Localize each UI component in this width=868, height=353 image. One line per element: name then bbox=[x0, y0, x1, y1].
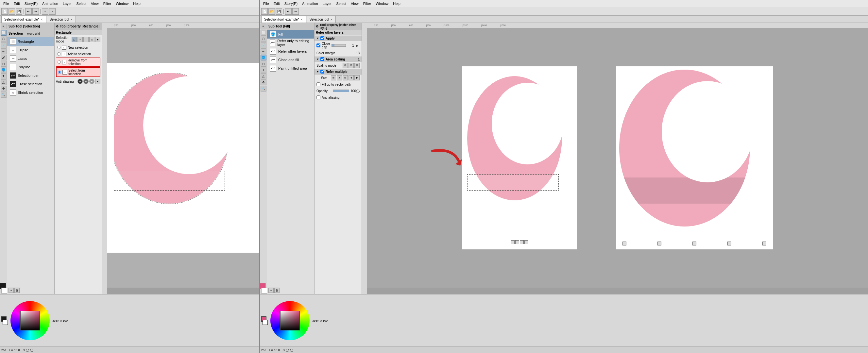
r-menu-layer[interactable]: Layer bbox=[321, 1, 334, 6]
r-menu-file[interactable]: File bbox=[261, 1, 271, 6]
scaling-mode-icon-1[interactable]: ⊞ bbox=[343, 63, 348, 68]
r-del-btn[interactable]: 🗑 bbox=[274, 288, 280, 293]
refer-expand-icon[interactable]: ▶ bbox=[354, 75, 360, 81]
color-wheel-left[interactable] bbox=[10, 301, 50, 340]
close-gap-slider[interactable] bbox=[332, 44, 346, 47]
handle-2[interactable] bbox=[515, 240, 519, 244]
r-tool-eraser[interactable]: ◻ bbox=[260, 61, 267, 67]
menu-story[interactable]: Story(P) bbox=[23, 1, 39, 6]
tool-text[interactable]: T bbox=[1, 73, 6, 79]
sel-mode-icon-4[interactable]: ∩ bbox=[89, 37, 94, 42]
r-tool-lasso[interactable]: 〇 bbox=[260, 36, 267, 42]
refer-icon-3[interactable]: ⊟ bbox=[343, 75, 348, 81]
aa-dropdown[interactable]: ▼ bbox=[95, 79, 100, 84]
opacity-slider[interactable] bbox=[333, 90, 349, 92]
close-gap-expand[interactable]: ▶ bbox=[355, 42, 360, 49]
th-2[interactable] bbox=[657, 242, 661, 246]
aa-high[interactable]: ● bbox=[89, 79, 94, 84]
r-tool-text[interactable]: T bbox=[260, 67, 267, 73]
sel-mode-icon-2[interactable]: + bbox=[78, 37, 83, 42]
r-tool-pen[interactable]: ✏ bbox=[260, 49, 267, 54]
r-tab-close1[interactable]: ✕ bbox=[301, 18, 303, 21]
refer-multiple-checkbox[interactable] bbox=[320, 70, 324, 73]
menu-layer[interactable]: Layer bbox=[61, 1, 74, 6]
toolbar-undo[interactable]: ↩ bbox=[25, 8, 32, 15]
sel-mode-add[interactable]: + Add to selection bbox=[56, 51, 100, 57]
refer-expand[interactable]: ▼ bbox=[316, 70, 319, 73]
menu-filter[interactable]: Filter bbox=[101, 1, 113, 6]
menu-file[interactable]: File bbox=[1, 1, 11, 6]
right-right-canvas[interactable] bbox=[616, 66, 773, 249]
menu-help[interactable]: Help bbox=[131, 1, 143, 6]
tool-shape[interactable]: △ bbox=[1, 79, 6, 85]
r-menu-window[interactable]: Window bbox=[374, 1, 390, 6]
sel-mode-new[interactable]: □ New selection bbox=[56, 44, 100, 50]
r-toolbar-open[interactable]: 📂 bbox=[269, 8, 275, 15]
scaling-mode-icon-3[interactable]: ⊠ bbox=[354, 63, 360, 68]
color-wheel-right[interactable] bbox=[270, 301, 310, 340]
r-toolbar-save[interactable]: 💾 bbox=[276, 8, 282, 15]
r-menu-select[interactable]: Select bbox=[335, 1, 348, 6]
toolbar-save[interactable]: 💾 bbox=[16, 8, 22, 15]
refer-icon-4[interactable]: ◈ bbox=[348, 75, 354, 81]
tool-fill[interactable]: 🪣 bbox=[1, 67, 6, 73]
toolbar-redo[interactable]: ↪ bbox=[32, 8, 39, 15]
sel-mode-dropdown[interactable]: ▼ bbox=[95, 37, 100, 42]
fill-vector-checkbox[interactable] bbox=[316, 83, 320, 86]
th-1[interactable] bbox=[622, 242, 626, 246]
r-tool-pointer[interactable]: ↖ bbox=[260, 24, 267, 29]
area-scaling-checkbox[interactable] bbox=[320, 57, 324, 61]
color-square-left[interactable] bbox=[20, 311, 40, 330]
apply-expand[interactable]: ▼ bbox=[316, 37, 319, 40]
sel-mode-icon-1[interactable]: □ bbox=[71, 37, 77, 42]
right-canvas-content[interactable] bbox=[367, 28, 868, 288]
r-menu-animation[interactable]: Animation bbox=[300, 1, 320, 6]
th-4[interactable] bbox=[727, 242, 731, 246]
aa-off[interactable]: ● bbox=[78, 79, 83, 84]
color-square-right[interactable] bbox=[280, 311, 300, 330]
tab-close-btn[interactable]: ✕ bbox=[40, 18, 43, 21]
r-menu-edit[interactable]: Edit bbox=[272, 1, 282, 6]
handle-4[interactable] bbox=[524, 240, 528, 244]
menu-edit[interactable]: Edit bbox=[12, 1, 22, 6]
r-bg-swatch[interactable] bbox=[262, 320, 268, 325]
r-menu-filter[interactable]: Filter bbox=[361, 1, 373, 6]
r-menu-help[interactable]: Help bbox=[391, 1, 402, 6]
sub-tool-polyline[interactable]: ⌒ Polyline bbox=[7, 63, 54, 71]
r-tool-zoom[interactable]: 🔍 bbox=[260, 86, 267, 92]
sel-mode-from-sel[interactable]: ∩ Select from selection bbox=[56, 67, 100, 77]
tool-pen[interactable]: ✏ bbox=[1, 49, 6, 54]
refer-icon-1[interactable]: ⊞ bbox=[331, 75, 336, 81]
sel-mode-add-radio[interactable] bbox=[57, 52, 60, 56]
fill-paint-unfilled[interactable]: Paint unfilled area bbox=[267, 64, 314, 72]
menu-window[interactable]: Window bbox=[114, 1, 130, 6]
right-left-canvas[interactable] bbox=[462, 66, 577, 249]
handle-3[interactable] bbox=[520, 240, 524, 244]
toolbar-zoom-in[interactable]: + bbox=[42, 8, 49, 15]
sel-mode-remove[interactable]: - Remove from selection bbox=[56, 58, 100, 67]
sel-mode-icon-3[interactable]: - bbox=[83, 37, 89, 42]
toolbar-open[interactable]: 📂 bbox=[8, 8, 15, 15]
r-anti-alias-checkbox[interactable] bbox=[316, 95, 320, 99]
sel-mode-remove-radio[interactable] bbox=[58, 61, 61, 64]
tool-pointer[interactable]: ↖ bbox=[1, 24, 6, 29]
fill-refer-other[interactable]: Refer other layers bbox=[267, 47, 314, 56]
scaling-mode-icon-2[interactable]: ⊟ bbox=[348, 63, 354, 68]
tool-move[interactable]: ✥ bbox=[1, 86, 6, 92]
tab-close-btn2[interactable]: ✕ bbox=[70, 18, 73, 21]
fill-header-item[interactable]: 🪣 Fill bbox=[267, 30, 314, 39]
r-menu-view[interactable]: View bbox=[349, 1, 361, 6]
fill-refer-editing[interactable]: Refer only to editing layer bbox=[267, 39, 314, 47]
tool-eyedropper[interactable]: 💉 bbox=[1, 42, 6, 48]
menu-animation[interactable]: Animation bbox=[40, 1, 60, 6]
sub-tool-rectangle[interactable]: ⬜ Rectangle bbox=[7, 37, 54, 46]
sub-tool-ellipse[interactable]: ○ Ellipse bbox=[7, 46, 54, 54]
menu-select[interactable]: Select bbox=[74, 1, 89, 6]
bg-swatch[interactable] bbox=[3, 320, 8, 325]
sub-tool-erase-selection[interactable]: Erase selection bbox=[7, 80, 54, 88]
r-tab-example[interactable]: SelectionTool_example* ✕ bbox=[261, 16, 306, 23]
r-toolbar-new[interactable]: 📄 bbox=[261, 8, 268, 15]
left-canvas-content[interactable] bbox=[107, 28, 259, 288]
r-tab-close2[interactable]: ✕ bbox=[330, 18, 333, 21]
tool-zoom[interactable]: 🔍 bbox=[1, 92, 6, 98]
